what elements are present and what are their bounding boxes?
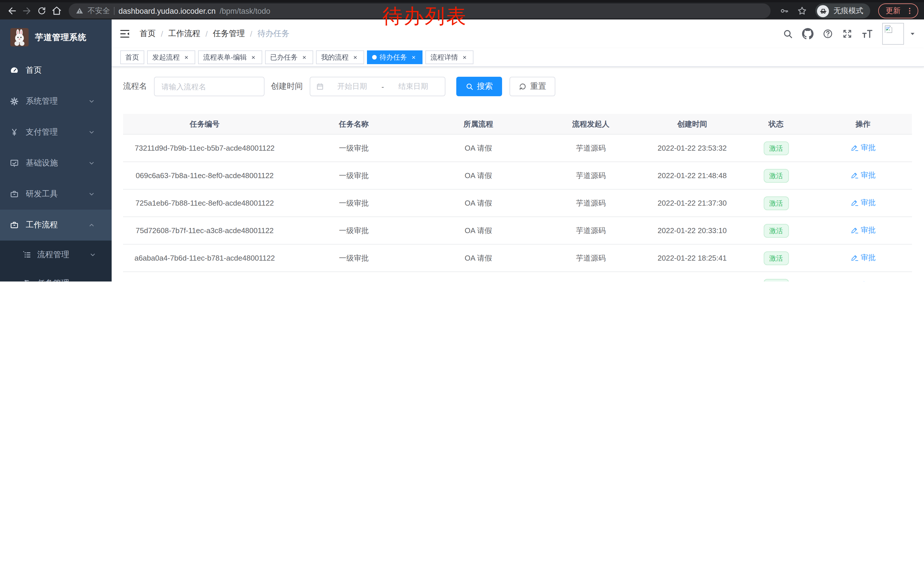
cell-created: 2022-01-22 21:48:48 bbox=[646, 162, 738, 189]
github-icon[interactable] bbox=[802, 28, 813, 39]
chevron-down-icon bbox=[89, 251, 96, 258]
dashboard-icon bbox=[10, 66, 19, 75]
app-logo[interactable]: 芋道管理系统 bbox=[0, 20, 112, 55]
breadcrumb-item-1[interactable]: 工作流程 bbox=[168, 29, 200, 39]
cell-action: 审批 bbox=[814, 244, 912, 272]
edit-icon bbox=[850, 144, 858, 152]
help-icon[interactable] bbox=[823, 29, 833, 39]
close-icon[interactable] bbox=[410, 54, 417, 61]
briefcase-icon bbox=[10, 189, 19, 199]
breadcrumb-item-0[interactable]: 首页 bbox=[140, 29, 156, 39]
cell-id: 8f0d1619-7ac8-11ec-a9e2-a2380e71991a bbox=[123, 272, 286, 281]
browser-forward-button[interactable] bbox=[20, 3, 34, 18]
process-name-input[interactable] bbox=[154, 77, 264, 96]
tab-label: 首页 bbox=[125, 53, 139, 62]
edit-icon bbox=[850, 226, 858, 234]
sidebar-item-5[interactable]: 工作流程 bbox=[0, 210, 112, 240]
cell-process: OA 请假 bbox=[422, 244, 535, 272]
approve-link[interactable]: 审批 bbox=[850, 143, 876, 153]
address-bar[interactable]: 不安全 dashboard.yudao.iocoder.cn/bpm/task/… bbox=[69, 3, 771, 18]
browser-home-button[interactable] bbox=[49, 3, 64, 18]
incognito-badge[interactable]: 无痕模式 bbox=[815, 3, 870, 18]
app-title: 芋道管理系统 bbox=[35, 32, 87, 43]
tab-label: 流程详情 bbox=[430, 53, 458, 62]
browser-update-button[interactable]: 更新 bbox=[878, 3, 918, 18]
font-size-icon[interactable] bbox=[862, 28, 873, 39]
tab-3[interactable]: 已办任务 bbox=[265, 50, 313, 64]
search-button[interactable]: 搜索 bbox=[456, 77, 502, 96]
close-icon[interactable] bbox=[250, 54, 257, 61]
date-range-picker[interactable]: 开始日期 - 结束日期 bbox=[310, 77, 446, 96]
avatar[interactable] bbox=[882, 23, 904, 45]
reset-button[interactable]: 重置 bbox=[510, 77, 555, 96]
sidebar-item-3[interactable]: 基础设施 bbox=[0, 148, 112, 179]
forward-icon bbox=[22, 6, 32, 16]
update-label: 更新 bbox=[886, 6, 900, 16]
browser-reload-button[interactable] bbox=[34, 3, 49, 18]
browser-menu-icon[interactable] bbox=[906, 7, 914, 15]
incognito-icon bbox=[819, 7, 827, 15]
cell-process: OA 请假 bbox=[422, 162, 535, 189]
infra-icon bbox=[10, 159, 19, 168]
cell-process: OA 请假 bbox=[422, 217, 535, 244]
column-header-6: 操作 bbox=[814, 114, 912, 134]
start-date-field[interactable]: 开始日期 bbox=[326, 81, 378, 92]
tab-2[interactable]: 流程表单-编辑 bbox=[198, 50, 262, 64]
sidebar-item-2[interactable]: 支付管理 bbox=[0, 117, 112, 148]
sidebar-item-label: 工作流程 bbox=[26, 220, 58, 230]
approve-link[interactable]: 审批 bbox=[850, 252, 876, 263]
tab-1[interactable]: 发起流程 bbox=[147, 50, 195, 64]
column-header-5: 状态 bbox=[738, 114, 814, 134]
calendar-icon bbox=[316, 83, 324, 90]
cell-name: 一级审批 bbox=[286, 134, 422, 162]
sidebar-collapse-icon[interactable] bbox=[119, 28, 130, 39]
fullscreen-icon[interactable] bbox=[842, 29, 852, 39]
cell-id: 069c6a63-7b8a-11ec-8ef0-acde48001122 bbox=[123, 162, 286, 189]
cell-created: 2022-01-22 20:33:10 bbox=[646, 217, 738, 244]
sidebar-item-label: 研发工具 bbox=[26, 189, 58, 199]
end-date-field[interactable]: 结束日期 bbox=[387, 81, 439, 92]
bookmark-star-icon[interactable] bbox=[797, 6, 807, 16]
tab-5[interactable]: 待办任务 bbox=[367, 50, 423, 64]
column-header-1: 任务名称 bbox=[286, 114, 422, 134]
sidebar: 芋道管理系统 首页系统管理支付管理基础设施研发工具工作流程 流程管理任务管理我的… bbox=[0, 20, 112, 281]
cell-process: OA 请假 bbox=[422, 134, 535, 162]
browser-back-button[interactable] bbox=[4, 3, 20, 18]
sidebar-item-label: 任务管理 bbox=[37, 278, 69, 281]
sidebar-item-7[interactable]: 任务管理 bbox=[0, 269, 112, 281]
tab-6[interactable]: 流程详情 bbox=[425, 50, 474, 64]
search-button-label: 搜索 bbox=[477, 81, 493, 92]
cell-initiator: 芋道源码 bbox=[535, 244, 646, 272]
table-row: 725a1eb6-7b88-11ec-8ef0-acde48001122一级审批… bbox=[123, 189, 912, 217]
edit-icon bbox=[850, 199, 858, 207]
sidebar-item-4[interactable]: 研发工具 bbox=[0, 179, 112, 210]
approve-link[interactable]: 审批 bbox=[850, 225, 876, 236]
sidebar-item-1[interactable]: 系统管理 bbox=[0, 86, 112, 117]
tab-0[interactable]: 首页 bbox=[120, 50, 144, 64]
approve-link[interactable]: 审批 bbox=[850, 170, 876, 180]
search-icon[interactable] bbox=[783, 29, 793, 39]
sidebar-item-6[interactable]: 流程管理 bbox=[0, 240, 112, 269]
sidebar-item-0[interactable]: 首页 bbox=[0, 55, 112, 86]
cell-name: 一级审批 bbox=[286, 162, 422, 189]
password-key-icon[interactable] bbox=[780, 6, 789, 15]
close-icon[interactable] bbox=[183, 54, 190, 61]
chevron-down-icon bbox=[88, 129, 95, 136]
close-icon[interactable] bbox=[461, 54, 468, 61]
approve-link[interactable]: 审批 bbox=[850, 280, 876, 281]
cell-name: 一级审批 bbox=[286, 189, 422, 217]
range-separator: - bbox=[380, 82, 385, 91]
cell-process: OA 请假 bbox=[422, 189, 535, 217]
tab-4[interactable]: 我的流程 bbox=[316, 50, 364, 64]
avatar-caret-icon[interactable] bbox=[910, 31, 915, 37]
tab-label: 待办任务 bbox=[380, 53, 407, 62]
close-icon[interactable] bbox=[300, 54, 308, 61]
reset-button-label: 重置 bbox=[530, 81, 546, 92]
breadcrumb: 首页/工作流程/任务管理/待办任务 bbox=[140, 29, 290, 39]
status-badge: 激活 bbox=[764, 279, 789, 281]
close-icon[interactable] bbox=[351, 54, 359, 61]
approve-link[interactable]: 审批 bbox=[850, 198, 876, 208]
cell-initiator: 芋道源码 bbox=[535, 272, 646, 281]
cell-id: a6aba0a4-7b6d-11ec-b781-acde48001122 bbox=[123, 244, 286, 272]
breadcrumb-item-2[interactable]: 任务管理 bbox=[213, 29, 245, 39]
